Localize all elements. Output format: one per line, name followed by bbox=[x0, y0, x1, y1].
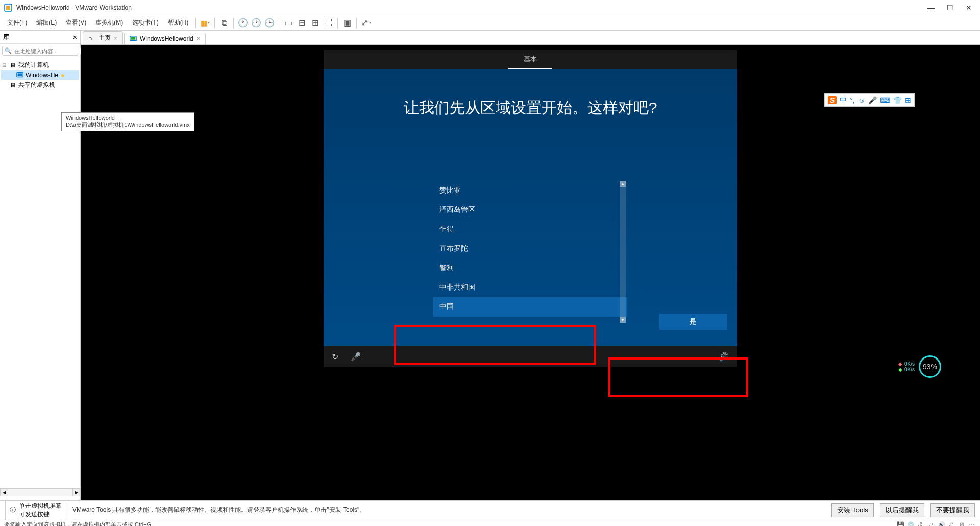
ime-toolbox-icon[interactable]: ⊞ bbox=[905, 96, 911, 104]
tab-vm[interactable]: WindowsHelloworld × bbox=[124, 33, 206, 44]
tab-close-icon[interactable]: × bbox=[114, 35, 117, 42]
monitor-icon: 🖥 bbox=[9, 62, 16, 69]
status-printer-icon[interactable]: 🖨 bbox=[947, 521, 955, 527]
menu-vm[interactable]: 虚拟机(M) bbox=[91, 16, 127, 29]
favorite-star-icon[interactable]: ★ bbox=[60, 72, 65, 79]
scroll-left-icon[interactable]: ◀ bbox=[0, 488, 8, 496]
status-net-icon[interactable]: 🖧 bbox=[917, 521, 925, 527]
tab-home[interactable]: ⌂ 主页 × bbox=[83, 31, 123, 44]
view-fullscreen-icon[interactable]: ⛶ bbox=[322, 17, 334, 29]
tree-shared-vms[interactable]: 🖥 共享的虚拟机 bbox=[1, 80, 79, 90]
clock1-icon[interactable]: 🕐 bbox=[237, 17, 249, 29]
menu-file[interactable]: 文件(F) bbox=[3, 16, 31, 29]
never-remind-button[interactable]: 不要提醒我 bbox=[930, 503, 975, 517]
svg-rect-1 bbox=[6, 6, 10, 10]
status-more-icon[interactable]: ⋯ bbox=[968, 521, 976, 527]
region-item[interactable]: 中非共和国 bbox=[433, 278, 627, 297]
ime-mode[interactable]: 中 bbox=[840, 95, 847, 105]
oobe-tab-basic[interactable]: 基本 bbox=[508, 50, 552, 69]
clock3-icon[interactable]: 🕒 bbox=[263, 17, 276, 29]
region-item-selected[interactable]: 中国 bbox=[433, 297, 627, 317]
oobe-title: 让我们先从区域设置开始。这样对吧? bbox=[324, 69, 737, 118]
tree-label: 我的计算机 bbox=[18, 61, 49, 69]
scroll-up-icon[interactable]: ▲ bbox=[620, 181, 626, 187]
info-bar: ⓘ 单击虚拟机屏幕 可发送按键 VMware Tools 具有很多功能，能改善鼠… bbox=[0, 500, 980, 519]
ime-toolbar[interactable]: S 中 °, ☺ 🎤 ⌨ 👕 ⊞ bbox=[824, 93, 915, 107]
hint-line1: 单击虚拟机屏幕 bbox=[19, 501, 62, 510]
view-unity-icon[interactable]: ⊞ bbox=[309, 17, 321, 29]
tab-label: 主页 bbox=[99, 34, 111, 42]
sidebar-hscroll[interactable]: ◀ ▶ bbox=[0, 488, 81, 496]
ime-keyboard-icon[interactable]: ⌨ bbox=[880, 96, 890, 104]
menu-edit[interactable]: 编辑(E) bbox=[32, 16, 61, 29]
scroll-down-icon[interactable]: ▼ bbox=[620, 317, 626, 323]
svg-rect-5 bbox=[131, 37, 136, 40]
search-icon: 🔍 bbox=[5, 47, 12, 54]
separator bbox=[356, 18, 357, 28]
sidebar-search[interactable]: 🔍 ▾ bbox=[2, 46, 78, 56]
volume-icon[interactable]: 🔊 bbox=[719, 352, 729, 362]
view-single-icon[interactable]: ▭ bbox=[282, 17, 295, 29]
tab-label: WindowsHelloworld bbox=[140, 35, 193, 42]
install-tools-button[interactable]: 安装 Tools bbox=[831, 503, 874, 517]
sidebar: 库 × 🔍 ▾ ⊟ 🖥 我的计算机 WindowsHe ★ 🖥 共享的虚拟机 bbox=[0, 31, 81, 500]
maximize-button[interactable]: ☐ bbox=[947, 4, 953, 12]
region-item[interactable]: 智利 bbox=[433, 258, 627, 278]
region-item[interactable]: 乍得 bbox=[433, 220, 627, 239]
microphone-icon[interactable]: 🎤 bbox=[351, 352, 361, 362]
scroll-right-icon[interactable]: ▶ bbox=[72, 488, 81, 496]
separator bbox=[337, 18, 338, 28]
shared-icon: 🖥 bbox=[9, 82, 16, 89]
close-button[interactable]: ✕ bbox=[966, 4, 972, 12]
input-hint-box: ⓘ 单击虚拟机屏幕 可发送按键 bbox=[5, 500, 66, 520]
region-item[interactable]: 直布罗陀 bbox=[433, 239, 627, 258]
status-cd-icon[interactable]: 💿 bbox=[906, 521, 915, 527]
tab-close-icon[interactable]: × bbox=[197, 35, 200, 42]
status-bar: 要将输入定向到该虚拟机，请在虚拟机内部单击或按 Ctrl+G。 💾 💿 🖧 ⇄ … bbox=[0, 519, 980, 526]
tree-vm-windowshelloworld[interactable]: WindowsHe ★ bbox=[1, 70, 79, 80]
tooltip-path: D:\a桌面\虚拟机\虚拟机1\WindowsHelloworld.vmx bbox=[66, 121, 190, 129]
status-usb-icon[interactable]: ⇄ bbox=[927, 521, 935, 527]
status-display-icon[interactable]: 🖥 bbox=[958, 521, 966, 527]
main-area: 库 × 🔍 ▾ ⊟ 🖥 我的计算机 WindowsHe ★ 🖥 共享的虚拟机 bbox=[0, 31, 980, 500]
tree-label: WindowsHe bbox=[26, 71, 58, 79]
separator bbox=[214, 18, 215, 28]
accessibility-icon[interactable]: ↻ bbox=[332, 352, 338, 362]
remind-later-button[interactable]: 以后提醒我 bbox=[880, 503, 924, 517]
console-icon[interactable]: ▣ bbox=[341, 17, 353, 29]
collapse-icon[interactable]: ⊟ bbox=[2, 62, 7, 68]
net-speeds: ◆0K/s ◆0K/s bbox=[898, 361, 915, 372]
oobe-tabbar: 基本 bbox=[324, 50, 737, 69]
tree-my-computer[interactable]: ⊟ 🖥 我的计算机 bbox=[1, 60, 79, 70]
menu-tabs[interactable]: 选项卡(T) bbox=[128, 16, 162, 29]
ime-sogou-icon[interactable]: S bbox=[828, 96, 837, 104]
status-sound-icon[interactable]: 🔊 bbox=[937, 521, 945, 527]
yes-button[interactable]: 是 bbox=[659, 314, 727, 330]
region-scrollbar[interactable]: ▲ ▼ bbox=[620, 181, 626, 323]
vm-icon bbox=[16, 71, 23, 79]
vmware-app-icon bbox=[4, 4, 12, 12]
region-item[interactable]: 赞比亚 bbox=[433, 181, 627, 200]
home-icon: ⌂ bbox=[88, 35, 95, 42]
clock2-icon[interactable]: 🕑 bbox=[250, 17, 262, 29]
status-disk-icon[interactable]: 💾 bbox=[896, 521, 904, 527]
vm-display[interactable]: 基本 让我们先从区域设置开始。这样对吧? 赞比亚 泽西岛管区 乍得 直布罗陀 智… bbox=[81, 45, 980, 500]
window-titlebar: WindowsHelloworld - VMware Workstation —… bbox=[0, 0, 980, 15]
ime-voice-icon[interactable]: 🎤 bbox=[868, 96, 877, 104]
menu-help[interactable]: 帮助(H) bbox=[164, 16, 193, 29]
menu-view[interactable]: 查看(V) bbox=[62, 16, 90, 29]
ime-skin-icon[interactable]: 👕 bbox=[893, 96, 902, 104]
separator bbox=[233, 18, 234, 28]
search-input[interactable] bbox=[14, 48, 84, 54]
pause-button[interactable]: ▮▮▾ bbox=[199, 17, 211, 29]
view-split-icon[interactable]: ⊟ bbox=[296, 17, 308, 29]
sidebar-close-icon[interactable]: × bbox=[73, 33, 77, 41]
ime-emoji-icon[interactable]: ☺ bbox=[858, 96, 865, 104]
minimize-button[interactable]: — bbox=[927, 4, 935, 12]
scroll-track[interactable] bbox=[8, 488, 72, 496]
snapshot-button[interactable]: ⧉ bbox=[218, 17, 230, 29]
ime-punct-icon[interactable]: °, bbox=[850, 96, 855, 104]
region-item[interactable]: 泽西岛管区 bbox=[433, 200, 627, 220]
expand-icon[interactable]: ⤢▾ bbox=[360, 17, 372, 29]
window-controls: — ☐ ✕ bbox=[927, 4, 976, 12]
